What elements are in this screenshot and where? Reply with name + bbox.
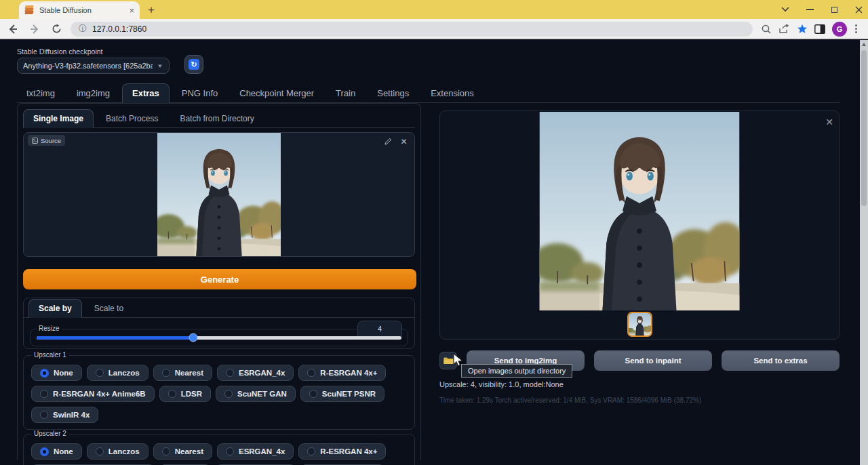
upscaler1-option-swinir4x[interactable]: SwinIR 4x bbox=[31, 407, 98, 423]
side-panel-icon[interactable] bbox=[814, 24, 825, 34]
tab-train[interactable]: Train bbox=[326, 84, 365, 102]
browser-tab[interactable]: Stable Diffusion × bbox=[19, 1, 140, 19]
checkpoint-dropdown[interactable]: Anything-V3-fp32.safetensors [625a2ba2] … bbox=[17, 58, 170, 74]
reload-icon[interactable] bbox=[47, 20, 65, 38]
radio-icon bbox=[307, 369, 315, 377]
upscaler2-option-none[interactable]: None bbox=[31, 443, 82, 460]
thumbnail-image bbox=[629, 313, 651, 336]
url-text[interactable]: 127.0.0.1:7860 bbox=[92, 24, 146, 34]
refresh-checkpoint-button[interactable]: ↻ bbox=[184, 55, 203, 74]
performance-info-text: Time taken: 1.29s Torch active/reserved:… bbox=[439, 397, 840, 404]
resize-number-input[interactable]: 4 bbox=[357, 321, 402, 337]
send-to-inpaint-button[interactable]: Send to inpaint bbox=[594, 350, 712, 371]
result-image[interactable] bbox=[540, 112, 740, 310]
screen: Stable Diffusion × + ⓘ 127.0.0.1:7860 bbox=[0, 0, 868, 465]
maximize-icon[interactable] bbox=[830, 5, 838, 14]
slider-fill bbox=[37, 336, 193, 340]
tab-checkpoint-merger[interactable]: Checkpoint Merger bbox=[230, 84, 323, 102]
share-icon[interactable] bbox=[778, 24, 790, 34]
minimize-icon[interactable] bbox=[806, 5, 814, 14]
subtab-batch-from-directory[interactable]: Batch from Directory bbox=[170, 110, 263, 127]
result-info-text: Upscale: 4, visibility: 1.0, model:None bbox=[439, 380, 840, 388]
mouse-cursor bbox=[453, 353, 465, 368]
slider-handle[interactable] bbox=[189, 333, 198, 342]
browser-tab-title: Stable Diffusion bbox=[39, 6, 123, 14]
resize-slider[interactable] bbox=[37, 336, 401, 340]
upscaler1-option-esrgan4x[interactable]: ESRGAN_4x bbox=[217, 365, 294, 381]
radio-icon bbox=[40, 447, 49, 456]
extras-left-panel: Single Image Batch Process Batch from Di… bbox=[17, 103, 421, 460]
upscaler2-option-esrgan4x[interactable]: ESRGAN_4x bbox=[217, 443, 294, 460]
sd-webui-app: Stable Diffusion checkpoint Anything-V3-… bbox=[0, 40, 860, 465]
upscaler1-option-scunet-gan[interactable]: ScuNET GAN bbox=[216, 386, 296, 402]
tab-txt2img[interactable]: txt2img bbox=[17, 84, 64, 102]
upscaler1-option-resrgan-anime6b[interactable]: R-ESRGAN 4x+ Anime6B bbox=[31, 386, 155, 402]
tab-scale-to[interactable]: Scale to bbox=[85, 300, 133, 317]
generate-button[interactable]: Generate bbox=[23, 269, 416, 289]
resize-control: Resize 4 bbox=[30, 329, 408, 346]
tab-settings[interactable]: Settings bbox=[368, 84, 418, 102]
browser-toolbar: ⓘ 127.0.0.1:7860 G bbox=[0, 19, 868, 39]
radio-icon bbox=[96, 447, 104, 456]
tooltip: Open images output directory bbox=[461, 364, 572, 378]
scrollbar-up-icon[interactable] bbox=[862, 43, 866, 46]
bookmark-star-icon[interactable] bbox=[797, 24, 808, 34]
upscaler2-option-lanczos[interactable]: Lanczos bbox=[87, 443, 149, 460]
clear-image-icon[interactable]: ✕ bbox=[399, 136, 409, 146]
window-controls bbox=[781, 0, 863, 19]
browser-menu-icon[interactable] bbox=[855, 24, 857, 33]
upscaler1-option-none[interactable]: None bbox=[31, 365, 82, 381]
source-image-dropzone[interactable]: Source ✕ bbox=[23, 132, 415, 257]
upscaler1-option-resrgan4x[interactable]: R-ESRGAN 4x+ bbox=[298, 365, 386, 381]
close-window-icon[interactable] bbox=[854, 5, 863, 14]
zoom-icon[interactable] bbox=[761, 24, 772, 35]
upscaler1-option-ldsr[interactable]: LDSR bbox=[159, 386, 211, 402]
resize-label: Resize bbox=[36, 325, 62, 332]
radio-icon bbox=[226, 447, 234, 456]
radio-icon bbox=[40, 369, 49, 378]
radio-icon bbox=[224, 390, 233, 398]
forward-icon[interactable] bbox=[26, 20, 43, 38]
avatar[interactable]: G bbox=[832, 22, 847, 37]
main-tabs: txt2img img2img Extras PNG Info Checkpoi… bbox=[17, 84, 840, 103]
gallery-close-icon[interactable]: ✕ bbox=[825, 117, 833, 127]
scale-panel: Scale by Scale to Resize 4 bbox=[23, 298, 415, 349]
radio-icon bbox=[226, 369, 234, 377]
tab-close-icon[interactable]: × bbox=[129, 6, 134, 15]
gallery-thumbnail-selected[interactable] bbox=[627, 312, 652, 337]
upscaler2-option-nearest[interactable]: Nearest bbox=[153, 443, 212, 460]
new-tab-button[interactable]: + bbox=[148, 4, 155, 16]
radio-icon bbox=[162, 447, 170, 456]
tab-extras[interactable]: Extras bbox=[122, 83, 170, 103]
back-icon[interactable] bbox=[4, 20, 22, 38]
favicon-icon bbox=[24, 5, 34, 15]
radio-icon bbox=[162, 369, 170, 377]
url-bar[interactable]: ⓘ 127.0.0.1:7860 bbox=[71, 22, 753, 37]
extras-result-panel: ✕ bbox=[439, 103, 840, 460]
browser-tabstrip: Stable Diffusion × + bbox=[0, 0, 868, 19]
tab-img2img[interactable]: img2img bbox=[67, 84, 119, 102]
radio-icon bbox=[309, 390, 317, 398]
subtab-single-image[interactable]: Single Image bbox=[23, 109, 94, 128]
checkpoint-value: Anything-V3-fp32.safetensors [625a2ba2] bbox=[23, 62, 153, 70]
tab-search-chevron-icon[interactable] bbox=[781, 5, 789, 14]
subtab-batch-process[interactable]: Batch Process bbox=[96, 110, 167, 127]
site-info-icon[interactable]: ⓘ bbox=[79, 23, 87, 35]
upscaler1-option-nearest[interactable]: Nearest bbox=[153, 365, 212, 381]
folder-icon bbox=[443, 357, 454, 365]
upscaler-2-group: Upscaler 2 None Lanczos Nearest ESRGAN_4… bbox=[23, 434, 415, 465]
radio-icon bbox=[40, 411, 48, 419]
image-icon bbox=[32, 138, 38, 144]
tab-scale-by[interactable]: Scale by bbox=[28, 299, 82, 318]
tab-png-info[interactable]: PNG Info bbox=[172, 84, 227, 102]
edit-image-icon[interactable] bbox=[383, 136, 393, 146]
page-scrollbar[interactable] bbox=[860, 40, 868, 465]
upscaler1-option-scunet-psnr[interactable]: ScuNET PSNR bbox=[300, 386, 384, 402]
radio-icon bbox=[168, 390, 176, 398]
send-to-extras-button[interactable]: Send to extras bbox=[722, 350, 840, 371]
upscaler1-option-lanczos[interactable]: Lanczos bbox=[87, 365, 149, 381]
scrollbar-thumb[interactable] bbox=[861, 50, 867, 206]
upscaler-1-group: Upscaler 1 None Lanczos Nearest ESRGAN_4… bbox=[23, 355, 415, 430]
upscaler2-option-resrgan4x[interactable]: R-ESRGAN 4x+ bbox=[298, 443, 386, 460]
tab-extensions[interactable]: Extensions bbox=[421, 84, 484, 102]
